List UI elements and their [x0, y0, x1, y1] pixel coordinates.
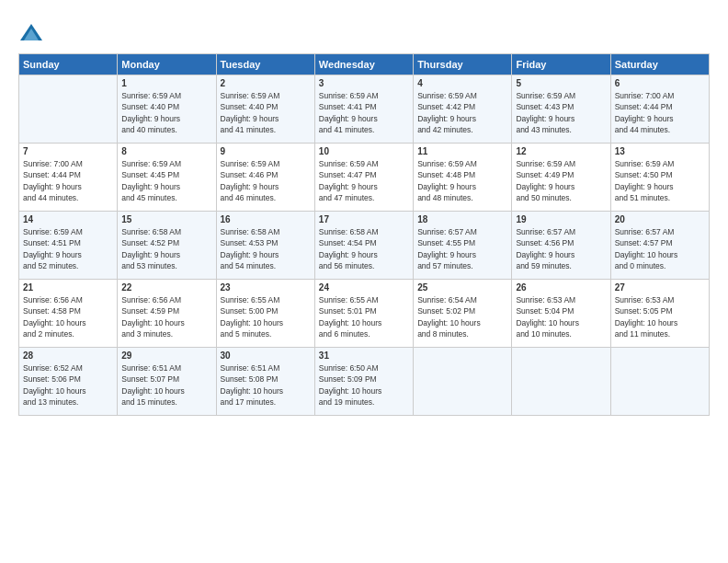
day-cell [610, 348, 709, 416]
day-info: Sunrise: 6:51 AM Sunset: 5:07 PM Dayligh… [121, 362, 211, 408]
day-info: Sunrise: 7:00 AM Sunset: 4:44 PM Dayligh… [615, 90, 705, 135]
day-number: 10 [319, 146, 409, 156]
calendar-header: SundayMondayTuesdayWednesdayThursdayFrid… [19, 54, 710, 75]
day-number: 7 [23, 146, 113, 156]
day-cell: 8Sunrise: 6:59 AM Sunset: 4:45 PM Daylig… [118, 144, 216, 212]
day-number: 15 [121, 214, 211, 224]
day-info: Sunrise: 6:59 AM Sunset: 4:40 PM Dayligh… [121, 90, 211, 135]
day-number: 6 [615, 78, 705, 88]
logo-icon [18, 20, 44, 46]
day-number: 17 [319, 214, 409, 224]
header-cell-saturday: Saturday [610, 54, 709, 75]
header [18, 17, 710, 46]
header-cell-sunday: Sunday [19, 54, 118, 75]
day-number: 18 [417, 214, 507, 224]
day-info: Sunrise: 6:58 AM Sunset: 4:54 PM Dayligh… [319, 226, 409, 271]
day-cell: 30Sunrise: 6:51 AM Sunset: 5:08 PM Dayli… [216, 348, 314, 416]
day-number: 26 [516, 282, 606, 293]
day-cell: 2Sunrise: 6:59 AM Sunset: 4:40 PM Daylig… [216, 75, 314, 144]
day-number: 20 [615, 214, 705, 224]
day-number: 14 [23, 214, 113, 224]
day-info: Sunrise: 6:57 AM Sunset: 4:56 PM Dayligh… [516, 226, 606, 271]
day-number: 2 [221, 78, 311, 88]
day-info: Sunrise: 6:52 AM Sunset: 5:06 PM Dayligh… [23, 362, 113, 408]
day-cell: 16Sunrise: 6:58 AM Sunset: 4:53 PM Dayli… [216, 212, 314, 280]
day-number: 8 [121, 146, 211, 156]
day-info: Sunrise: 6:53 AM Sunset: 5:05 PM Dayligh… [615, 294, 705, 339]
day-number: 23 [221, 282, 311, 293]
day-info: Sunrise: 6:58 AM Sunset: 4:53 PM Dayligh… [221, 226, 311, 271]
day-number: 28 [23, 350, 113, 361]
day-cell: 31Sunrise: 6:50 AM Sunset: 5:09 PM Dayli… [314, 348, 413, 416]
day-cell: 25Sunrise: 6:54 AM Sunset: 5:02 PM Dayli… [414, 280, 512, 348]
day-info: Sunrise: 6:51 AM Sunset: 5:08 PM Dayligh… [221, 362, 311, 408]
day-number: 22 [121, 282, 211, 293]
day-number: 1 [121, 78, 211, 88]
day-info: Sunrise: 6:57 AM Sunset: 4:57 PM Dayligh… [615, 226, 705, 271]
day-number: 3 [319, 78, 409, 88]
header-cell-tuesday: Tuesday [216, 54, 314, 75]
day-info: Sunrise: 6:59 AM Sunset: 4:43 PM Dayligh… [516, 90, 606, 135]
header-row: SundayMondayTuesdayWednesdayThursdayFrid… [19, 54, 710, 75]
day-cell: 6Sunrise: 7:00 AM Sunset: 4:44 PM Daylig… [610, 75, 709, 144]
week-row-3: 14Sunrise: 6:59 AM Sunset: 4:51 PM Dayli… [19, 212, 710, 280]
day-cell: 14Sunrise: 6:59 AM Sunset: 4:51 PM Dayli… [19, 212, 118, 280]
day-number: 29 [121, 350, 211, 361]
day-number: 13 [615, 146, 705, 156]
day-cell: 15Sunrise: 6:58 AM Sunset: 4:52 PM Dayli… [118, 212, 216, 280]
day-cell: 18Sunrise: 6:57 AM Sunset: 4:55 PM Dayli… [414, 212, 512, 280]
day-cell: 4Sunrise: 6:59 AM Sunset: 4:42 PM Daylig… [414, 75, 512, 144]
day-number: 16 [221, 214, 311, 224]
day-info: Sunrise: 6:54 AM Sunset: 5:02 PM Dayligh… [417, 294, 507, 339]
day-info: Sunrise: 6:53 AM Sunset: 5:04 PM Dayligh… [516, 294, 606, 339]
day-cell: 19Sunrise: 6:57 AM Sunset: 4:56 PM Dayli… [512, 212, 610, 280]
day-cell [414, 348, 512, 416]
day-cell: 22Sunrise: 6:56 AM Sunset: 4:59 PM Dayli… [118, 280, 216, 348]
day-info: Sunrise: 6:55 AM Sunset: 5:00 PM Dayligh… [221, 294, 311, 339]
week-row-2: 7Sunrise: 7:00 AM Sunset: 4:44 PM Daylig… [19, 144, 710, 212]
day-info: Sunrise: 6:59 AM Sunset: 4:40 PM Dayligh… [221, 90, 311, 135]
day-info: Sunrise: 6:50 AM Sunset: 5:09 PM Dayligh… [319, 362, 409, 408]
day-cell: 9Sunrise: 6:59 AM Sunset: 4:46 PM Daylig… [216, 144, 314, 212]
day-cell: 20Sunrise: 6:57 AM Sunset: 4:57 PM Dayli… [610, 212, 709, 280]
day-cell: 3Sunrise: 6:59 AM Sunset: 4:41 PM Daylig… [314, 75, 413, 144]
day-info: Sunrise: 7:00 AM Sunset: 4:44 PM Dayligh… [23, 158, 113, 203]
header-cell-friday: Friday [512, 54, 610, 75]
day-cell: 10Sunrise: 6:59 AM Sunset: 4:47 PM Dayli… [314, 144, 413, 212]
day-info: Sunrise: 6:59 AM Sunset: 4:51 PM Dayligh… [23, 226, 113, 271]
day-cell: 7Sunrise: 7:00 AM Sunset: 4:44 PM Daylig… [19, 144, 118, 212]
page: SundayMondayTuesdayWednesdayThursdayFrid… [0, 0, 728, 563]
day-info: Sunrise: 6:56 AM Sunset: 4:59 PM Dayligh… [121, 294, 211, 339]
day-number: 21 [23, 282, 113, 293]
day-number: 30 [221, 350, 311, 361]
day-number: 25 [417, 282, 507, 293]
day-info: Sunrise: 6:59 AM Sunset: 4:49 PM Dayligh… [516, 158, 606, 203]
day-number: 31 [319, 350, 409, 361]
day-cell: 29Sunrise: 6:51 AM Sunset: 5:07 PM Dayli… [118, 348, 216, 416]
day-number: 4 [417, 78, 507, 88]
day-cell: 13Sunrise: 6:59 AM Sunset: 4:50 PM Dayli… [610, 144, 709, 212]
day-info: Sunrise: 6:59 AM Sunset: 4:45 PM Dayligh… [121, 158, 211, 203]
day-number: 11 [417, 146, 507, 156]
week-row-5: 28Sunrise: 6:52 AM Sunset: 5:06 PM Dayli… [19, 348, 710, 416]
day-cell: 24Sunrise: 6:55 AM Sunset: 5:01 PM Dayli… [314, 280, 413, 348]
day-number: 24 [319, 282, 409, 293]
day-cell: 17Sunrise: 6:58 AM Sunset: 4:54 PM Dayli… [314, 212, 413, 280]
day-number: 5 [516, 78, 606, 88]
day-info: Sunrise: 6:55 AM Sunset: 5:01 PM Dayligh… [319, 294, 409, 339]
calendar-table: SundayMondayTuesdayWednesdayThursdayFrid… [18, 53, 710, 416]
day-cell: 1Sunrise: 6:59 AM Sunset: 4:40 PM Daylig… [118, 75, 216, 144]
header-cell-monday: Monday [118, 54, 216, 75]
day-cell: 11Sunrise: 6:59 AM Sunset: 4:48 PM Dayli… [414, 144, 512, 212]
day-number: 12 [516, 146, 606, 156]
day-cell: 23Sunrise: 6:55 AM Sunset: 5:00 PM Dayli… [216, 280, 314, 348]
day-info: Sunrise: 6:56 AM Sunset: 4:58 PM Dayligh… [23, 294, 113, 339]
week-row-4: 21Sunrise: 6:56 AM Sunset: 4:58 PM Dayli… [19, 280, 710, 348]
calendar-body: 1Sunrise: 6:59 AM Sunset: 4:40 PM Daylig… [19, 75, 710, 416]
day-info: Sunrise: 6:58 AM Sunset: 4:52 PM Dayligh… [121, 226, 211, 271]
day-info: Sunrise: 6:59 AM Sunset: 4:50 PM Dayligh… [615, 158, 705, 203]
day-number: 19 [516, 214, 606, 224]
week-row-1: 1Sunrise: 6:59 AM Sunset: 4:40 PM Daylig… [19, 75, 710, 144]
day-cell: 28Sunrise: 6:52 AM Sunset: 5:06 PM Dayli… [19, 348, 118, 416]
logo [18, 20, 47, 46]
